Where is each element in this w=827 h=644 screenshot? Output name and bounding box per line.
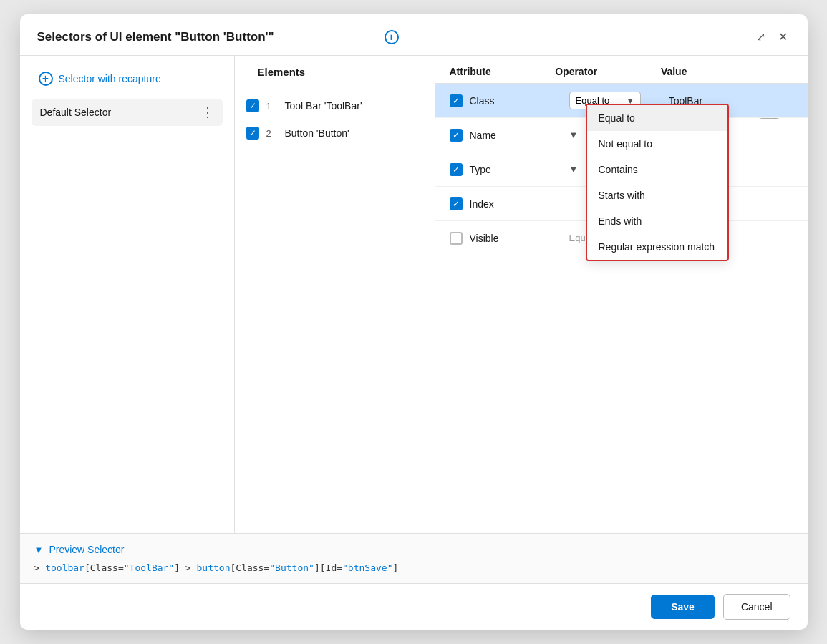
attr-rows: ✓ Class Equal to ▼ ToolBar Equal to Not … <box>435 84 808 533</box>
chevron-down-icon-type[interactable]: ▼ <box>569 164 579 175</box>
element-num-1: 1 <box>266 101 278 112</box>
code-bracket3: [Id= <box>320 562 342 573</box>
code-part1: toolbar <box>45 562 84 573</box>
code-sep: > <box>180 562 196 573</box>
element-row-1[interactable]: ✓ 1 Tool Bar 'ToolBar' <box>235 92 435 119</box>
element-label-2: Button 'Button' <box>285 127 349 139</box>
default-selector-item[interactable]: Default Selector ⋮ <box>32 99 223 126</box>
element-label-1: Tool Bar 'ToolBar' <box>285 100 362 112</box>
header-controls: ⤢ ✕ <box>753 27 790 47</box>
plus-circle-icon: + <box>39 72 53 86</box>
close-icon[interactable]: ✕ <box>775 27 790 47</box>
attr-row-class: ✓ Class Equal to ▼ ToolBar Equal to Not … <box>435 84 808 118</box>
col-val-header: Value <box>661 66 793 77</box>
element-num-2: 2 <box>266 128 278 139</box>
left-panel: + Selector with recapture Default Select… <box>20 56 235 533</box>
dialog-header: Selectors of UI element "Button 'Button'… <box>20 14 808 56</box>
add-selector-label: Selector with recapture <box>59 73 161 84</box>
code-bracket2: [Class= <box>230 562 269 573</box>
add-selector-button[interactable]: + Selector with recapture <box>32 67 223 90</box>
code-val1: "ToolBar" <box>124 562 174 573</box>
code-part2: button <box>197 562 231 573</box>
attr-name-type: Type <box>470 164 569 175</box>
element-checkbox-2[interactable]: ✓ <box>246 127 259 140</box>
preview-collapse-icon: ▼ <box>34 545 44 555</box>
code-bracket3-close: ] <box>393 562 399 573</box>
attr-name-index: Index <box>470 198 569 210</box>
dropdown-item-equal[interactable]: Equal to <box>587 105 727 131</box>
col-op-header: Operator <box>555 66 661 77</box>
attr-name-name: Name <box>470 130 569 141</box>
element-row-2[interactable]: ✓ 2 Button 'Button' <box>235 119 435 147</box>
dropdown-item-regex[interactable]: Regular expression match <box>587 234 727 260</box>
col-attr-header: Attribute <box>450 66 556 77</box>
elements-panel-header: Elements <box>235 66 435 87</box>
chevron-down-icon-name[interactable]: ▼ <box>569 130 579 140</box>
code-bracket1-close: ] <box>174 562 180 573</box>
expand-icon[interactable]: ⤢ <box>753 27 768 47</box>
attr-name-visible: Visible <box>470 233 569 244</box>
save-button[interactable]: Save <box>651 595 715 619</box>
dropdown-item-endswith[interactable]: Ends with <box>587 208 727 234</box>
preview-title: Preview Selector <box>49 544 124 555</box>
dropdown-item-contains[interactable]: Contains <box>587 157 727 182</box>
dropdown-item-notequal[interactable]: Not equal to <box>587 131 727 157</box>
dialog: Selectors of UI element "Button 'Button'… <box>20 14 808 630</box>
dropdown-item-startswith[interactable]: Starts with <box>587 182 727 208</box>
right-panel-header: Attribute Operator Value <box>435 56 808 84</box>
elements-list: ✓ 1 Tool Bar 'ToolBar' ✓ 2 Button 'Butto… <box>235 92 435 147</box>
info-icon[interactable]: i <box>385 30 399 44</box>
preview-code: > toolbar[Class="ToolBar"] > button[Clas… <box>34 562 793 573</box>
code-bracket2-close: ] <box>314 562 320 573</box>
middle-panel: Elements ✓ 1 Tool Bar 'ToolBar' ✓ 2 Butt… <box>235 56 435 533</box>
right-panel: Text editor Attribute Operator Value ✓ C <box>435 56 808 533</box>
code-bracket1: [Class= <box>84 562 124 573</box>
attr-checkbox-type[interactable]: ✓ <box>450 163 463 176</box>
attr-name-class: Class <box>470 95 569 107</box>
selector-item-label: Default Selector <box>40 107 112 118</box>
preview-section: ▼ Preview Selector > toolbar[Class="Tool… <box>20 533 808 583</box>
preview-header[interactable]: ▼ Preview Selector <box>34 544 793 555</box>
element-checkbox-1[interactable]: ✓ <box>246 99 259 112</box>
code-arrow: > <box>34 562 46 573</box>
dialog-footer: Save Cancel <box>20 583 808 630</box>
dialog-title: Selectors of UI element "Button 'Button'… <box>37 30 377 44</box>
attr-checkbox-index[interactable]: ✓ <box>450 197 463 210</box>
cancel-button[interactable]: Cancel <box>723 594 790 620</box>
attr-checkbox-class[interactable]: ✓ <box>450 94 463 107</box>
attr-checkbox-name[interactable]: ✓ <box>450 129 463 142</box>
attr-checkbox-visible[interactable] <box>450 232 463 245</box>
elements-panel-title: Elements <box>246 66 317 87</box>
selector-more-icon[interactable]: ⋮ <box>201 104 214 120</box>
code-val3: "btnSave" <box>342 562 392 573</box>
code-val2: "Button" <box>269 562 314 573</box>
operator-dropdown: Equal to Not equal to Contains Starts wi… <box>586 104 729 261</box>
dialog-body: + Selector with recapture Default Select… <box>20 56 808 533</box>
